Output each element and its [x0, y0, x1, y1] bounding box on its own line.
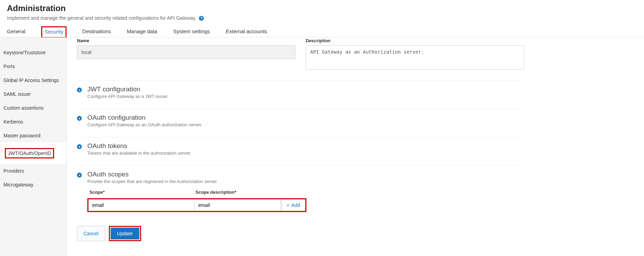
sidebar-item-global-ip[interactable]: Global IP Access Settings — [0, 73, 66, 87]
tab-destinations[interactable]: Destinations — [82, 26, 111, 37]
sidebar-item-master-password[interactable]: Master password — [0, 129, 66, 143]
sidebar-item-jwt-highlight: JWT/OAuth/OpenID — [5, 148, 54, 158]
sidebar-item-microgateway[interactable]: Microgateway — [0, 178, 66, 192]
help-icon[interactable]: ? — [199, 16, 204, 21]
sidebar-item-providers[interactable]: Providers — [0, 164, 66, 178]
expand-icon[interactable]: ▾ — [77, 88, 82, 92]
description-input[interactable]: API Gateway as an Authorization server. — [306, 45, 524, 70]
description-label: Description — [306, 38, 524, 43]
expand-icon[interactable]: ▾ — [77, 116, 82, 121]
update-button[interactable]: Update — [111, 228, 139, 239]
tab-general[interactable]: General — [7, 26, 25, 37]
add-scope-button[interactable]: + Add — [281, 199, 305, 211]
scope-label: Scope* — [87, 190, 195, 195]
sidebar-item-custom-assertions[interactable]: Custom assertions — [0, 101, 66, 115]
sidebar-item-keystore[interactable]: Keystore/Truststore — [0, 46, 66, 60]
cell-divider — [192, 199, 194, 211]
add-label: Add — [291, 202, 300, 208]
tab-external-accounts[interactable]: External accounts — [226, 26, 267, 37]
section-desc-oauth-tokens: Tokens that are available in the authori… — [87, 150, 191, 156]
plus-icon: + — [287, 202, 289, 208]
update-button-highlight: Update — [109, 226, 141, 241]
scope-row-highlight: + Add — [87, 198, 306, 212]
section-title-oauth-scopes[interactable]: OAuth scopes — [87, 171, 217, 178]
section-title-oauth-tokens[interactable]: OAuth tokens — [87, 142, 191, 150]
scope-input[interactable] — [88, 199, 192, 211]
content-area: Name Description API Gateway as an Autho… — [67, 37, 534, 256]
page-title: Administration — [7, 3, 637, 13]
name-label: Name — [77, 38, 295, 43]
tab-system-settings[interactable]: System settings — [173, 26, 210, 37]
section-desc-oauth-config: Configure API Gateway as an OAuth author… — [87, 122, 202, 127]
page-subtitle: Implement and manage the general and sec… — [7, 15, 637, 21]
tab-security[interactable]: Security — [44, 28, 63, 35]
section-desc-oauth-scopes: Provide the scopes that are registered i… — [87, 179, 217, 184]
cancel-button[interactable]: Cancel — [77, 226, 105, 241]
sidebar-item-jwt-oauth-openid[interactable]: JWT/OAuth/OpenID — [0, 143, 66, 164]
section-desc-jwt: Configure API Gateway as a JWT issuer. — [87, 94, 169, 99]
sidebar-item-saml[interactable]: SAML issuer — [0, 87, 66, 101]
subtitle-text: Implement and manage the general and sec… — [7, 15, 196, 21]
expand-icon[interactable]: ▾ — [77, 173, 82, 177]
sidebar: Keystore/Truststore Ports Global IP Acce… — [0, 37, 67, 256]
sidebar-item-kerberos[interactable]: Kerberos — [0, 115, 66, 129]
sidebar-item-ports[interactable]: Ports — [0, 60, 66, 73]
section-title-jwt[interactable]: JWT configuration — [87, 85, 169, 93]
name-input — [77, 45, 295, 59]
section-title-oauth-config[interactable]: OAuth configuration — [87, 114, 202, 121]
expand-icon[interactable]: ▾ — [77, 144, 82, 149]
tab-security-highlight: Security — [41, 26, 66, 38]
scope-description-label: Scope description* — [195, 190, 236, 195]
tab-bar: General Security Destinations Manage dat… — [0, 26, 644, 37]
tab-manage-data[interactable]: Manage data — [127, 26, 157, 37]
scope-description-input[interactable] — [194, 199, 281, 211]
